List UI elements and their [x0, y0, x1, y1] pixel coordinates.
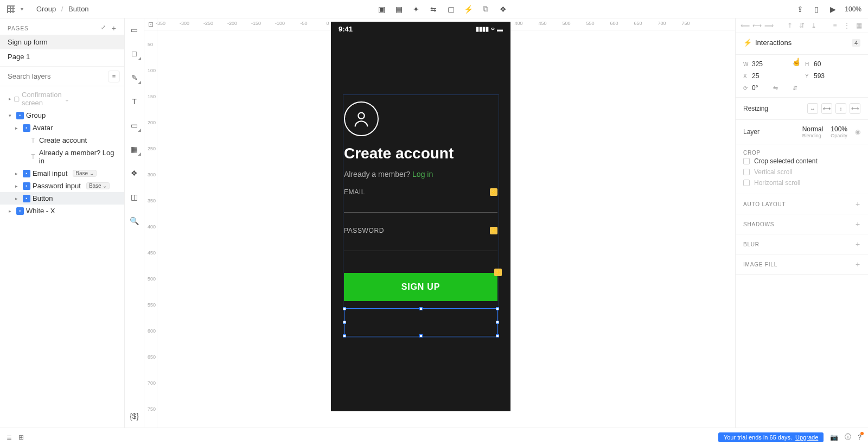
width-field[interactable]: W325⟲	[743, 60, 797, 68]
interaction-badge-icon[interactable]: ⚡	[490, 188, 497, 196]
page-item[interactable]: Sign up form	[0, 35, 124, 49]
layer-row[interactable]: ▸▪ Avatar	[0, 122, 124, 134]
layer-row[interactable]: ▸▪ White - X	[0, 205, 124, 217]
folder-icon[interactable]: ▣	[377, 5, 386, 14]
collapse-icon[interactable]: ⤢	[101, 24, 106, 33]
add-autolayout-icon[interactable]: +	[856, 200, 860, 208]
signup-button[interactable]: SIGN UP ⚡	[344, 273, 497, 301]
layer-row[interactable]: T Create account	[0, 134, 124, 146]
frame-tool-icon[interactable]: ▭	[129, 119, 141, 131]
layer-row[interactable]: T Already a member? Log in	[0, 146, 124, 167]
chevron-down-icon[interactable]: ▾	[21, 6, 23, 12]
inspector-panel: ⟸ ⟷ ⟹ ⤒ ⇵ ⤓ ≡ ⋮ ▦ ⚡Interactions 4 W3	[735, 18, 868, 428]
visibility-icon[interactable]: ◉	[855, 128, 860, 136]
notifications-icon[interactable]: ?	[858, 434, 861, 441]
crop-option[interactable]: Horizontal scroll	[743, 177, 860, 188]
interaction-badge-icon[interactable]: ⚡	[494, 269, 502, 276]
artboard[interactable]: 9:41 ▮▮▮▮ ⌔ ▬ Create account Already a m…	[331, 22, 510, 411]
components-icon[interactable]: ❖	[499, 5, 507, 14]
align-middle-icon[interactable]: ⇵	[798, 22, 806, 29]
image-tool-icon[interactable]: ▦	[129, 143, 141, 155]
link-icon: ⟲	[793, 61, 797, 68]
bolt-icon: ⚡	[743, 39, 752, 47]
distribute-h-icon[interactable]: ≡	[831, 22, 839, 29]
zoom-level[interactable]: 100%	[845, 5, 861, 13]
grid-panel-icon[interactable]: ⊞	[18, 434, 24, 441]
battery-icon: ▬	[497, 26, 503, 33]
crop-option[interactable]: Crop selected content	[743, 156, 860, 167]
status-time: 9:41	[339, 25, 353, 33]
align-top-icon[interactable]: ⤒	[786, 22, 794, 29]
layers-panel-icon[interactable]: ≣	[7, 434, 12, 441]
copy-icon[interactable]: ⧉	[481, 5, 490, 14]
layer-row-selected[interactable]: ▸▪ Button	[0, 192, 124, 205]
topbar: ▾ Group / Button ▣ ▤ ✦ ⇆ ▢ ⚡ ⧉ ❖ ⇪ ▯ ▶ 1…	[0, 0, 868, 18]
y-field[interactable]: Y593	[805, 72, 859, 80]
layer-row[interactable]: ▸▢ Confirmation screen ⌄	[0, 88, 54, 109]
breadcrumb-parent[interactable]: Group	[36, 5, 56, 13]
email-label: EMAIL ⚡	[331, 188, 510, 196]
opacity-field[interactable]: 100%	[831, 125, 847, 133]
status-bar: 9:41 ▮▮▮▮ ⌔ ▬	[331, 22, 510, 36]
distribute-v-icon[interactable]: ⋮	[843, 22, 851, 29]
filter-icon[interactable]: ≡	[108, 71, 120, 82]
resize-v-fixed-btn[interactable]: ⟷	[850, 103, 860, 114]
page-item[interactable]: Page 1	[0, 49, 124, 64]
device-icon[interactable]: ▯	[812, 5, 821, 14]
play-icon[interactable]: ▶	[828, 5, 837, 14]
slice-tool-icon[interactable]: ◫	[129, 191, 141, 203]
rotation-field[interactable]: ⟳0°⇋⇵	[743, 84, 797, 92]
plugin-icon[interactable]: ✦	[412, 5, 420, 14]
frame-icon[interactable]: ▢	[446, 5, 455, 14]
layer-row[interactable]: ▾▪ Group	[0, 109, 124, 122]
bolt-icon[interactable]: ⚡	[464, 5, 473, 14]
component-tool-icon[interactable]: ❖	[129, 167, 141, 179]
layer-row[interactable]: ▸▪ Email input Base ⌄	[0, 167, 124, 180]
align-left-icon[interactable]: ⟸	[741, 22, 749, 29]
move-tool-icon[interactable]: ▭	[129, 24, 141, 36]
rect-tool-icon[interactable]: □	[129, 48, 141, 60]
blend-mode-select[interactable]: Normal	[802, 125, 824, 133]
breadcrumb-current[interactable]: Button	[68, 5, 89, 13]
pen-tool-icon[interactable]: ✎	[129, 72, 141, 84]
upgrade-link[interactable]: Upgrade	[795, 434, 818, 441]
add-shadow-icon[interactable]: +	[856, 220, 860, 228]
bottombar: ≣ ⊞ Your trial ends in 65 days. Upgrade …	[0, 428, 868, 446]
resize-h-btn[interactable]: ↔	[807, 103, 818, 114]
help-icon[interactable]: ⓘ	[845, 432, 851, 442]
text-tool-icon[interactable]: T	[129, 95, 141, 107]
trial-banner: Your trial ends in 65 days. Upgrade	[718, 432, 824, 442]
heading: Create account	[331, 145, 510, 162]
interactions-header[interactable]: ⚡Interactions 4	[743, 39, 860, 47]
align-bottom-icon[interactable]: ⤓	[810, 22, 818, 29]
email-input-line[interactable]	[344, 212, 497, 213]
resize-v-btn[interactable]: ↕	[835, 103, 846, 114]
login-link[interactable]: Log in	[412, 170, 433, 179]
member-text: Already a member? Log in	[331, 162, 510, 188]
export-icon[interactable]: ⇪	[796, 5, 805, 14]
layer-row[interactable]: ▸▪ Password input Base ⌄	[0, 180, 124, 192]
password-input-line[interactable]	[344, 251, 497, 251]
wifi-icon: ⌔	[491, 26, 495, 33]
library-icon[interactable]: ▤	[394, 5, 403, 14]
variables-tool-icon[interactable]: {$}	[129, 410, 141, 422]
interaction-badge-icon[interactable]: ⚡	[490, 227, 497, 234]
canvas[interactable]: ⊡ -350-300-250-200-150-100-5005010015020…	[144, 18, 735, 428]
camera-icon[interactable]: 📷	[830, 434, 838, 441]
search-input[interactable]	[4, 68, 108, 85]
height-field[interactable]: H60	[805, 60, 859, 68]
app-menu-icon[interactable]	[7, 5, 15, 14]
adjust-icon[interactable]: ⇆	[429, 5, 438, 14]
resize-h-fixed-btn[interactable]: ⟷	[821, 103, 832, 114]
tidy-icon[interactable]: ▦	[855, 22, 863, 29]
add-imagefill-icon[interactable]: +	[856, 260, 860, 269]
layers-tree: ▸▢ Confirmation screen ⌄ ▾▪ Group ▸▪ Ava…	[0, 86, 124, 428]
password-label: PASSWORD ⚡	[331, 227, 510, 234]
crop-option[interactable]: Vertical scroll	[743, 167, 860, 177]
add-page-icon[interactable]: +	[112, 24, 117, 33]
align-right-icon[interactable]: ⟹	[765, 22, 773, 29]
align-center-icon[interactable]: ⟷	[753, 22, 761, 29]
search-tool-icon[interactable]: 🔍	[129, 215, 141, 227]
x-field[interactable]: X25	[743, 72, 797, 80]
add-blur-icon[interactable]: +	[856, 240, 860, 249]
